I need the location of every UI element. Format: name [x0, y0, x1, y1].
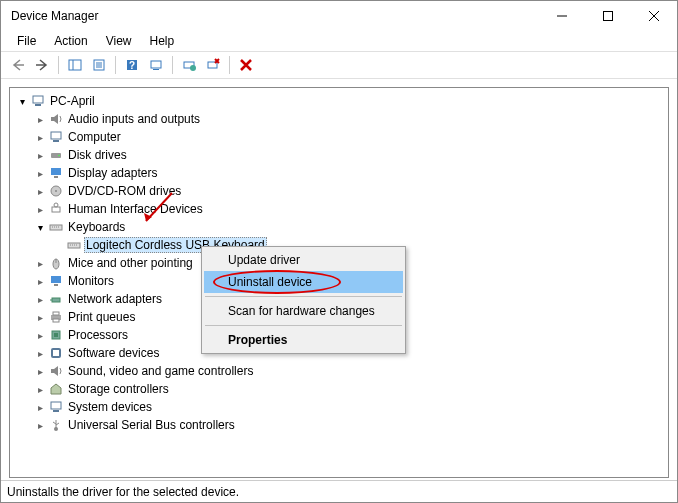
expander-icon[interactable]: ▸ [32, 312, 48, 323]
expander-icon[interactable]: ▸ [32, 402, 48, 413]
expander-icon[interactable]: ▸ [32, 348, 48, 359]
mouse-icon [48, 255, 64, 271]
tree-item-sound[interactable]: ▸Sound, video and game controllers [10, 362, 668, 380]
expander-icon[interactable]: ▸ [32, 186, 48, 197]
ctx-separator [205, 296, 402, 297]
minimize-button[interactable] [539, 1, 585, 31]
tree-label: Universal Serial Bus controllers [66, 418, 237, 432]
printer-icon [48, 309, 64, 325]
window-title: Device Manager [11, 9, 539, 23]
svg-point-28 [54, 203, 58, 207]
svg-rect-20 [53, 140, 59, 142]
tree-label: System devices [66, 400, 154, 414]
keyboard-icon [66, 237, 82, 253]
svg-point-15 [190, 65, 196, 71]
expander-icon[interactable]: ▸ [32, 150, 48, 161]
disk-icon [48, 147, 64, 163]
tree-label: DVD/CD-ROM drives [66, 184, 183, 198]
tree-label: Keyboards [66, 220, 127, 234]
toolbar-separator [172, 56, 173, 74]
tree-item-usb[interactable]: ▸Universal Serial Bus controllers [10, 416, 668, 434]
tree-label: Human Interface Devices [66, 202, 205, 216]
tree-label: Display adapters [66, 166, 159, 180]
expander-icon[interactable]: ▸ [32, 294, 48, 305]
svg-rect-27 [52, 207, 60, 212]
update-driver-button[interactable] [178, 54, 200, 76]
network-icon [48, 291, 64, 307]
context-menu: Update driver Uninstall device Scan for … [201, 246, 406, 354]
tree-label: Network adapters [66, 292, 164, 306]
maximize-button[interactable] [585, 1, 631, 31]
expander-icon[interactable]: ▸ [32, 384, 48, 395]
tree-item-dvd[interactable]: ▸DVD/CD-ROM drives [10, 182, 668, 200]
forward-button[interactable] [31, 54, 53, 76]
titlebar: Device Manager [1, 1, 677, 31]
expander-icon[interactable]: ▸ [32, 366, 48, 377]
menu-view[interactable]: View [98, 32, 140, 50]
expander-icon[interactable]: ▾ [32, 222, 48, 233]
software-icon [48, 345, 64, 361]
scan-hardware-button[interactable] [145, 54, 167, 76]
expander-icon[interactable]: ▸ [32, 114, 48, 125]
expander-icon[interactable]: ▸ [32, 330, 48, 341]
tree-label: Storage controllers [66, 382, 171, 396]
ctx-update-driver[interactable]: Update driver [204, 249, 403, 271]
ctx-properties[interactable]: Properties [204, 329, 403, 351]
toolbar-separator [229, 56, 230, 74]
tree-label: Monitors [66, 274, 116, 288]
expander-icon[interactable]: ▾ [14, 96, 30, 107]
tree-item-display[interactable]: ▸Display adapters [10, 164, 668, 182]
tree-label: Software devices [66, 346, 161, 360]
tree-root[interactable]: ▾ PC-April [10, 92, 668, 110]
tree-item-keyboards[interactable]: ▾Keyboards [10, 218, 668, 236]
svg-rect-17 [33, 96, 43, 103]
expander-icon[interactable]: ▸ [32, 132, 48, 143]
menu-file[interactable]: File [9, 32, 44, 50]
delete-button[interactable] [235, 54, 257, 76]
uninstall-button[interactable] [202, 54, 224, 76]
tree-item-disk[interactable]: ▸Disk drives [10, 146, 668, 164]
svg-rect-36 [54, 284, 58, 286]
tree-label: Audio inputs and outputs [66, 112, 202, 126]
expander-icon[interactable]: ▸ [32, 420, 48, 431]
menu-help[interactable]: Help [142, 32, 183, 50]
tree-item-computer[interactable]: ▸Computer [10, 128, 668, 146]
ctx-separator [205, 325, 402, 326]
statusbar-text: Uninstalls the driver for the selected d… [7, 485, 239, 499]
toolbar: ? [1, 51, 677, 79]
computer-icon [48, 129, 64, 145]
svg-rect-37 [52, 298, 60, 302]
properties-button[interactable] [88, 54, 110, 76]
tree-item-audio[interactable]: ▸Audio inputs and outputs [10, 110, 668, 128]
svg-text:?: ? [129, 60, 135, 71]
svg-rect-4 [69, 60, 81, 70]
menu-action[interactable]: Action [46, 32, 95, 50]
expander-icon[interactable]: ▸ [32, 258, 48, 269]
svg-point-26 [55, 190, 57, 192]
speaker-icon [48, 111, 64, 127]
tree-label: Disk drives [66, 148, 129, 162]
system-icon [48, 399, 64, 415]
tree-item-hid[interactable]: ▸Human Interface Devices [10, 200, 668, 218]
tree-item-storage[interactable]: ▸Storage controllers [10, 380, 668, 398]
back-button[interactable] [7, 54, 29, 76]
expander-icon[interactable]: ▸ [32, 204, 48, 215]
tree-label: Mice and other pointing [66, 256, 195, 270]
svg-rect-23 [51, 168, 61, 175]
svg-rect-41 [53, 319, 59, 322]
hid-icon [48, 201, 64, 217]
close-button[interactable] [631, 1, 677, 31]
tree-item-system[interactable]: ▸System devices [10, 398, 668, 416]
svg-rect-45 [53, 350, 59, 356]
expander-icon[interactable]: ▸ [32, 168, 48, 179]
svg-point-22 [58, 155, 60, 157]
ctx-scan-hardware[interactable]: Scan for hardware changes [204, 300, 403, 322]
processor-icon [48, 327, 64, 343]
svg-rect-18 [35, 104, 41, 106]
svg-rect-1 [604, 12, 613, 21]
expander-icon[interactable]: ▸ [32, 276, 48, 287]
help-button[interactable]: ? [121, 54, 143, 76]
ctx-uninstall-device[interactable]: Uninstall device [204, 271, 403, 293]
monitor-icon [48, 273, 64, 289]
show-hide-tree-button[interactable] [64, 54, 86, 76]
